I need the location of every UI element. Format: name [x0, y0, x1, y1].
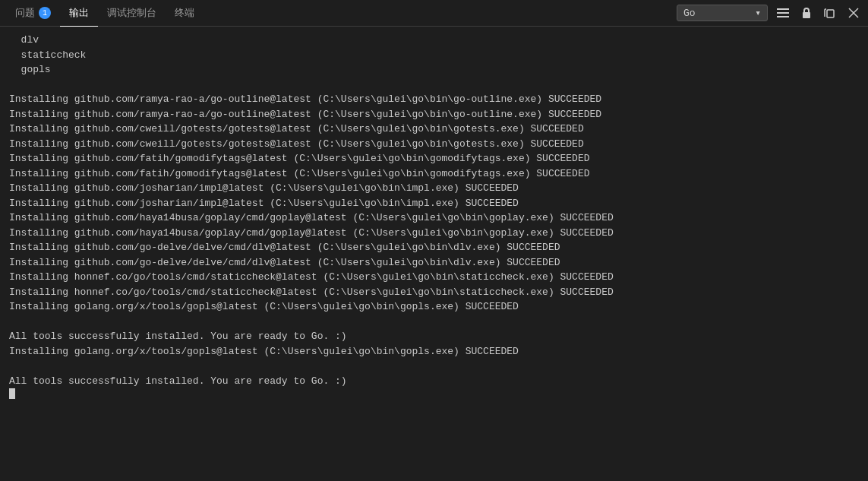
tab-terminal-label: 终端 [175, 6, 194, 20]
tab-terminal[interactable]: 终端 [166, 0, 204, 27]
output-line: Installing golang.org/x/tools/gopls@late… [9, 299, 859, 315]
copy-icon[interactable] [821, 4, 839, 22]
tab-bar-right: Go ▾ [677, 4, 862, 22]
lang-selector[interactable]: Go ▾ [677, 5, 768, 21]
lock-icon[interactable] [798, 4, 815, 22]
output-line: Installing github.com/josharian/impl@lat… [9, 196, 859, 211]
output-panel: dlv staticcheck goplsInstalling github.c… [0, 27, 868, 481]
close-icon[interactable] [845, 5, 862, 21]
svg-rect-4 [827, 10, 834, 17]
output-line: Installing github.com/cweill/gotests/got… [9, 122, 859, 137]
output-line: Installing github.com/josharian/impl@lat… [9, 181, 859, 196]
cursor-line [9, 388, 859, 399]
svg-rect-0 [777, 8, 789, 10]
svg-rect-3 [803, 12, 810, 18]
problems-badge: 1 [39, 7, 51, 19]
output-line: Installing github.com/fatih/gomodifytags… [9, 151, 859, 166]
output-line: Installing github.com/go-delve/delve/cmd… [9, 255, 859, 271]
tab-output[interactable]: 输出 [60, 0, 98, 27]
output-line: Installing github.com/fatih/gomodifytags… [9, 166, 859, 182]
tab-problems[interactable]: 问题 1 [6, 0, 60, 27]
output-line: Installing github.com/haya14busa/goplay/… [9, 210, 859, 226]
tab-output-label: 输出 [69, 6, 89, 20]
output-line: Installing github.com/ramya-rao-a/go-out… [9, 92, 859, 107]
svg-rect-2 [777, 16, 789, 17]
output-line [9, 359, 859, 374]
svg-rect-1 [777, 12, 789, 14]
output-line: gopls [9, 62, 859, 78]
output-line [9, 78, 859, 93]
output-line: Installing github.com/ramya-rao-a/go-out… [9, 107, 859, 122]
output-line: All tools successfully installed. You ar… [9, 329, 859, 344]
tab-debug[interactable]: 调试控制台 [98, 0, 166, 27]
tab-debug-label: 调试控制台 [107, 6, 156, 20]
output-line [9, 315, 859, 330]
output-line: Installing honnef.co/go/tools/cmd/static… [9, 285, 859, 300]
lang-selector-value: Go [683, 8, 696, 19]
output-line: Installing golang.org/x/tools/gopls@late… [9, 344, 859, 359]
output-line: Installing github.com/go-delve/delve/cmd… [9, 240, 859, 255]
menu-icon[interactable] [774, 4, 792, 22]
tab-problems-label: 问题 [15, 6, 35, 20]
output-line: staticcheck [9, 48, 859, 63]
output-line: Installing github.com/haya14busa/goplay/… [9, 226, 859, 241]
output-line: Installing honnef.co/go/tools/cmd/static… [9, 270, 859, 285]
output-line: Installing github.com/cweill/gotests/got… [9, 137, 859, 152]
cursor [9, 388, 15, 399]
tab-bar: 问题 1 输出 调试控制台 终端 Go ▾ [0, 0, 868, 27]
output-line: All tools successfully installed. You ar… [9, 374, 859, 389]
chevron-down-icon: ▾ [755, 7, 761, 19]
output-line: dlv [9, 33, 859, 48]
